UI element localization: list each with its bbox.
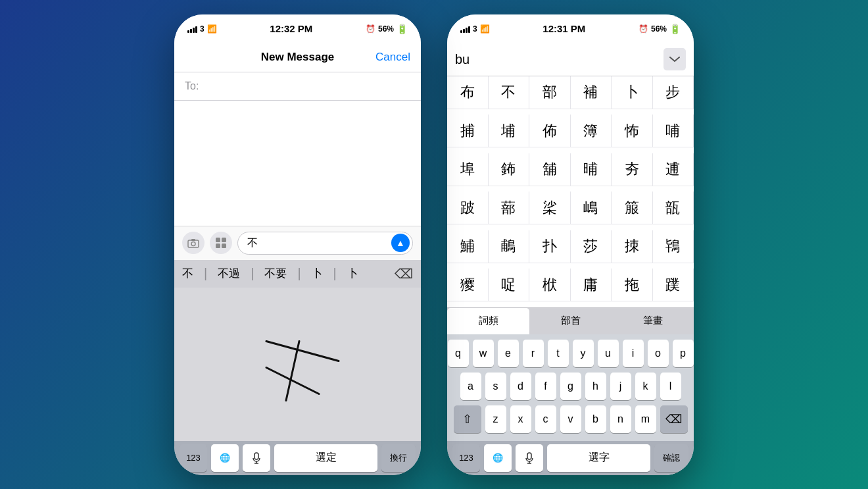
key-q[interactable]: q	[448, 340, 469, 367]
sep-1: |	[251, 266, 254, 281]
candidate-cell-0[interactable]: 布	[447, 76, 489, 109]
backspace-key[interactable]: ⌫	[660, 405, 688, 433]
key-b[interactable]: b	[585, 405, 606, 433]
candidate-cell-35[interactable]: 蹼	[653, 269, 694, 301]
suggestion-0[interactable]: 不	[182, 266, 193, 281]
key-g[interactable]: g	[560, 373, 581, 400]
candidate-cell-10[interactable]: 怖	[612, 115, 653, 147]
candidate-cell-14[interactable]: 舖	[529, 153, 571, 186]
suggestion-4[interactable]: 卜	[347, 266, 358, 281]
key-k[interactable]: k	[635, 373, 656, 400]
suggestion-1[interactable]: 不過	[218, 266, 240, 281]
svg-rect-0	[188, 240, 199, 247]
candidate-cell-15[interactable]: 晡	[571, 153, 612, 186]
text-input[interactable]: 不 ▲	[237, 232, 413, 255]
svg-rect-3	[216, 238, 220, 242]
candidate-cell-18[interactable]: 跛	[447, 192, 489, 224]
candidate-cell-5[interactable]: 步	[653, 76, 694, 109]
candidate-cell-9[interactable]: 簿	[571, 115, 612, 147]
candidate-cell-31[interactable]: 哫	[489, 269, 530, 301]
suggestions-bar: 不 | 不過 | 不要 | 卜 | 卜 ⌫	[174, 260, 421, 288]
send-button[interactable]: ▲	[391, 234, 410, 252]
message-body[interactable]	[174, 101, 421, 226]
key-d[interactable]: d	[510, 373, 531, 400]
right-select-key[interactable]: 選字	[547, 444, 650, 472]
candidate-cell-11[interactable]: 哺	[653, 115, 694, 147]
candidate-cell-27[interactable]: 莎	[571, 230, 612, 263]
right-num-key[interactable]: 123	[452, 444, 480, 472]
ime-collapse-button[interactable]	[663, 48, 686, 70]
key-u[interactable]: u	[598, 340, 619, 367]
candidate-cell-2[interactable]: 部	[529, 76, 571, 109]
key-p[interactable]: p	[673, 340, 694, 367]
candidate-cell-33[interactable]: 庸	[571, 269, 612, 301]
candidate-cell-23[interactable]: 瓿	[653, 192, 694, 224]
key-m[interactable]: m	[635, 405, 656, 433]
candidate-cell-24[interactable]: 鯆	[447, 230, 489, 263]
candidate-cell-8[interactable]: 佈	[529, 115, 571, 147]
suggestion-3[interactable]: 卜	[312, 266, 323, 281]
num-key[interactable]: 123	[180, 444, 207, 472]
candidate-cell-3[interactable]: 補	[571, 76, 612, 109]
key-a[interactable]: a	[460, 373, 481, 400]
candidate-cell-17[interactable]: 逋	[653, 153, 694, 186]
candidate-cell-26[interactable]: 扑	[529, 230, 571, 263]
candidate-cell-7[interactable]: 埔	[489, 115, 530, 147]
right-signal-bars	[460, 25, 470, 33]
ime-input-text[interactable]: bu	[455, 52, 658, 67]
tab-bushou[interactable]: 部首	[529, 308, 612, 334]
key-v[interactable]: v	[560, 405, 581, 433]
globe-key[interactable]: 🌐	[211, 444, 239, 472]
handwriting-area[interactable]	[174, 288, 421, 441]
candidate-cell-21[interactable]: 嶋	[571, 192, 612, 224]
right-globe-key[interactable]: 🌐	[484, 444, 512, 472]
suggestion-2[interactable]: 不要	[264, 266, 287, 281]
select-key[interactable]: 選定	[274, 444, 377, 472]
key-t[interactable]: t	[548, 340, 569, 367]
key-e[interactable]: e	[498, 340, 519, 367]
to-field[interactable]: To:	[174, 72, 421, 101]
key-l[interactable]: l	[660, 373, 681, 400]
key-f[interactable]: f	[535, 373, 556, 400]
candidate-cell-12[interactable]: 埠	[447, 153, 489, 186]
key-i[interactable]: i	[623, 340, 644, 367]
right-mic-key[interactable]	[516, 444, 543, 472]
newline-key[interactable]: 換行	[381, 444, 416, 472]
tab-cipin[interactable]: 詞頻	[447, 308, 529, 334]
apps-button[interactable]	[210, 232, 232, 254]
candidate-cell-1[interactable]: 不	[489, 76, 530, 109]
candidate-cell-22[interactable]: 箙	[612, 192, 653, 224]
key-x[interactable]: x	[510, 405, 531, 433]
candidate-cell-13[interactable]: 鈽	[489, 153, 530, 186]
candidate-cell-34[interactable]: 拖	[612, 269, 653, 301]
shift-key[interactable]: ⇧	[454, 405, 481, 433]
key-o[interactable]: o	[648, 340, 669, 367]
camera-button[interactable]	[182, 232, 205, 254]
key-h[interactable]: h	[585, 373, 606, 400]
key-z[interactable]: z	[485, 405, 506, 433]
candidate-cell-25[interactable]: 鵏	[489, 230, 530, 263]
tab-bihua[interactable]: 筆畫	[612, 308, 694, 334]
candidate-cell-4[interactable]: 卜	[612, 76, 653, 109]
candidate-cell-29[interactable]: 鴇	[653, 230, 694, 263]
cancel-button[interactable]: Cancel	[375, 51, 410, 64]
key-w[interactable]: w	[473, 340, 494, 367]
input-toolbar: 不 ▲	[174, 226, 421, 260]
key-r[interactable]: r	[523, 340, 544, 367]
candidate-cell-16[interactable]: 夯	[612, 153, 653, 186]
candidate-cell-28[interactable]: 拺	[612, 230, 653, 263]
battery-icon: 🔋	[397, 24, 408, 34]
candidate-cell-32[interactable]: 栿	[529, 269, 571, 301]
key-j[interactable]: j	[610, 373, 631, 400]
candidate-cell-6[interactable]: 捕	[447, 115, 489, 147]
candidate-cell-19[interactable]: 蔀	[489, 192, 530, 224]
candidate-cell-20[interactable]: 桬	[529, 192, 571, 224]
key-y[interactable]: y	[573, 340, 594, 367]
mic-key[interactable]	[243, 444, 270, 472]
backspace-button[interactable]: ⌫	[395, 266, 413, 282]
key-n[interactable]: n	[610, 405, 631, 433]
key-s[interactable]: s	[485, 373, 506, 400]
right-confirm-key[interactable]: 確認	[654, 444, 688, 472]
key-c[interactable]: c	[535, 405, 556, 433]
candidate-cell-30[interactable]: 獿	[447, 269, 489, 301]
